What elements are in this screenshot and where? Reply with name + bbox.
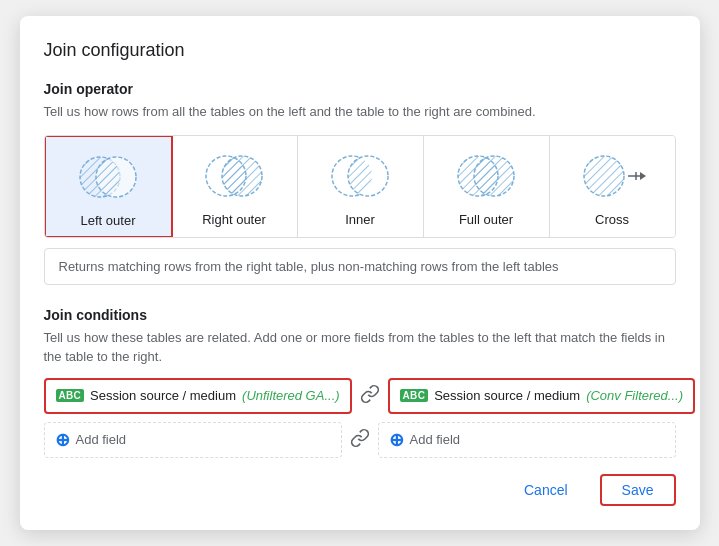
left-field-source: (Unfiltered GA...) xyxy=(242,388,340,403)
join-conditions-section: Join conditions Tell us how these tables… xyxy=(44,307,676,457)
right-field-source: (Conv Filtered...) xyxy=(586,388,683,403)
link-icon-add xyxy=(350,428,370,452)
join-option-right-outer[interactable]: Right outer xyxy=(172,136,298,237)
left-field-type-badge: ABC xyxy=(56,389,85,402)
selected-join-description: Returns matching rows from the right tab… xyxy=(44,248,676,285)
join-operator-description: Tell us how rows from all the tables on … xyxy=(44,103,676,121)
cancel-button[interactable]: Cancel xyxy=(508,474,584,506)
link-icon-1 xyxy=(360,384,380,408)
inner-icon xyxy=(320,146,400,206)
join-configuration-dialog: Join configuration Join operator Tell us… xyxy=(20,16,700,530)
save-button[interactable]: Save xyxy=(600,474,676,506)
add-field-row: ⊕ Add field ⊕ Add field xyxy=(44,422,676,458)
right-outer-label: Right outer xyxy=(202,212,266,227)
join-option-cross[interactable]: Cross xyxy=(550,136,675,237)
svg-point-22 xyxy=(584,156,624,196)
cross-icon xyxy=(572,146,652,206)
add-right-field-button[interactable]: ⊕ Add field xyxy=(378,422,676,458)
add-left-field-button[interactable]: ⊕ Add field xyxy=(44,422,342,458)
svg-point-20 xyxy=(474,156,514,196)
left-outer-label: Left outer xyxy=(81,213,136,228)
right-condition-field-1[interactable]: ABC Session source / medium (Conv Filter… xyxy=(388,378,695,414)
right-field-name: Session source / medium xyxy=(434,388,580,403)
right-field-type-badge: ABC xyxy=(400,389,429,402)
add-right-field-icon: ⊕ xyxy=(389,431,404,449)
add-right-field-label: Add field xyxy=(410,432,461,447)
join-conditions-section-title: Join conditions xyxy=(44,307,676,323)
add-left-field-label: Add field xyxy=(76,432,127,447)
join-operator-section-title: Join operator xyxy=(44,81,676,97)
inner-label: Inner xyxy=(345,212,375,227)
join-option-left-outer[interactable]: Left outer xyxy=(44,135,173,238)
full-outer-icon xyxy=(446,146,526,206)
join-option-full-outer[interactable]: Full outer xyxy=(424,136,550,237)
join-options-container: Left outer Right outer xyxy=(44,135,676,238)
left-field-name: Session source / medium xyxy=(90,388,236,403)
left-outer-icon xyxy=(68,147,148,207)
right-outer-icon xyxy=(194,146,274,206)
dialog-title: Join configuration xyxy=(44,40,676,61)
cross-label: Cross xyxy=(595,212,629,227)
dialog-footer: Cancel Save xyxy=(44,474,676,506)
add-left-field-icon: ⊕ xyxy=(55,431,70,449)
full-outer-label: Full outer xyxy=(459,212,513,227)
join-conditions-description: Tell us how these tables are related. Ad… xyxy=(44,329,676,365)
condition-row-1: ABC Session source / medium (Unfiltered … xyxy=(44,378,676,414)
join-option-inner[interactable]: Inner xyxy=(298,136,424,237)
left-condition-field-1[interactable]: ABC Session source / medium (Unfiltered … xyxy=(44,378,352,414)
svg-marker-24 xyxy=(640,172,646,180)
